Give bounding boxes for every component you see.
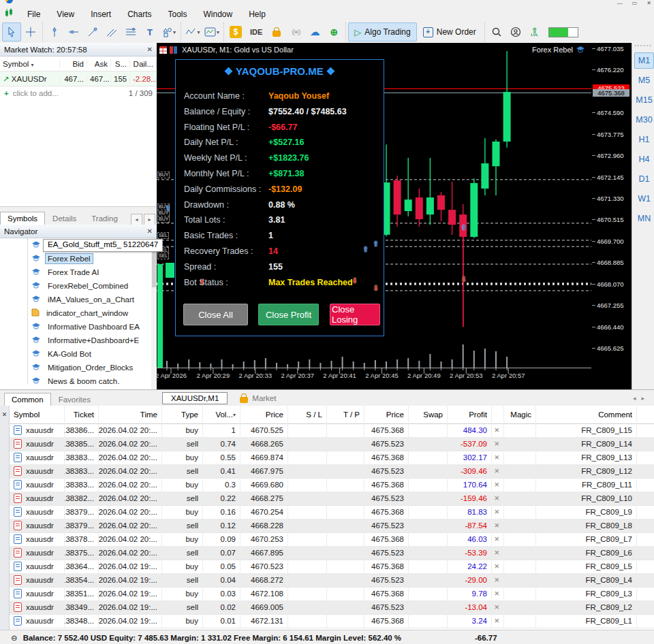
- tab-trading[interactable]: Trading: [84, 212, 125, 225]
- close-position-icon[interactable]: ✕: [492, 573, 504, 587]
- trade-row-138385[interactable]: xauusdr138385...2026.04.02 20:...sell0.7…: [10, 437, 654, 451]
- chart-tab-market[interactable]: Market: [240, 393, 276, 403]
- menu-insert[interactable]: Insert: [82, 8, 119, 20]
- tab-symbols[interactable]: Symbols: [0, 212, 45, 225]
- trade-row-138349[interactable]: xauusdr138349...2026.04.02 19:...sell0.0…: [10, 600, 654, 615]
- tree-item-forex-rebel[interactable]: Forex Rebel: [0, 252, 151, 265]
- trade-row-138378[interactable]: xauusdr138378...2026.04.02 20:...buy0.09…: [10, 532, 654, 547]
- col-header-2[interactable]: Time: [99, 406, 162, 423]
- trade-row-138383[interactable]: xauusdr138383...2026.04.02 20:...buy0.34…: [10, 478, 654, 492]
- tree-item-news-boom-catch-[interactable]: News & boom catch.: [0, 374, 151, 388]
- market-watch-close-icon[interactable]: ✕: [147, 46, 153, 53]
- trade-row-138348[interactable]: xauusdr138348...2026.04.02 19:...buy0.01…: [10, 614, 654, 628]
- tree-item-ka-gold-bot[interactable]: KA-Gold Bot: [0, 347, 151, 361]
- market-watch-row-xauusdr[interactable]: ↗ XAUUSDr 467... 467... 155 -2.28...: [0, 71, 157, 86]
- toolbar-drag-handle[interactable]: ••••••: [632, 43, 654, 48]
- col-header-6[interactable]: S / L: [288, 406, 327, 423]
- close-position-icon[interactable]: ✕: [492, 437, 504, 451]
- close-position-icon[interactable]: ✕: [492, 492, 504, 505]
- col-header-9[interactable]: Swap: [409, 406, 448, 423]
- mw-col-1[interactable]: Bid: [60, 60, 87, 68]
- algo-trading-button[interactable]: ▷ Algo Trading: [348, 22, 416, 42]
- col-header-5[interactable]: Price: [240, 406, 288, 423]
- tree-item-forex-trade-ai[interactable]: Forex Trade AI: [0, 265, 151, 279]
- chart-tab-xauusdr-m1[interactable]: XAUUSDr,M1: [162, 392, 228, 404]
- shapes-tool-button[interactable]: ▾: [159, 22, 178, 42]
- menu-help[interactable]: Help: [240, 8, 274, 20]
- toolbox-close-icon[interactable]: ✕: [2, 411, 7, 418]
- horizontal-line-tool-button[interactable]: [64, 22, 83, 42]
- close-losing-button[interactable]: Close Losing: [330, 304, 380, 325]
- cursor-tool-button[interactable]: [2, 22, 21, 42]
- trade-row-138379[interactable]: xauusdr138379...2026.04.02 20:...sell0.1…: [10, 519, 654, 533]
- click-to-add-row[interactable]: + click to add... 1 / 309: [0, 86, 157, 100]
- close-position-icon[interactable]: ✕: [492, 546, 504, 560]
- close-position-icon[interactable]: ✕: [492, 478, 504, 492]
- close-position-icon[interactable]: ✕: [492, 423, 504, 437]
- navigator-close-icon[interactable]: ✕: [147, 227, 153, 235]
- trendline-tool-button[interactable]: [83, 22, 102, 42]
- timeframe-d1[interactable]: D1: [634, 171, 654, 187]
- timeframe-m5[interactable]: M5: [634, 72, 654, 88]
- tab-details[interactable]: Details: [45, 212, 84, 225]
- trade-row-138351[interactable]: xauusdr138351...2026.04.02 19:...buy0.03…: [10, 587, 654, 601]
- community-icon[interactable]: ⊕: [324, 22, 343, 42]
- timeframe-w1[interactable]: W1: [634, 191, 654, 207]
- cloud-icon[interactable]: ☁: [305, 22, 324, 42]
- col-header-4[interactable]: Vol... ▾: [203, 406, 240, 423]
- tree-item-mitigation-order-blocks[interactable]: Mitigation_Order_Blocks: [0, 361, 151, 374]
- text-tool-button[interactable]: T: [140, 22, 159, 42]
- trade-row-138382[interactable]: xauusdr138382...2026.04.02 20:...sell0.2…: [10, 492, 654, 506]
- chart-area[interactable]: XAUUSDr, M1: Gold vs US Dollar Forex Reb…: [157, 43, 632, 389]
- timeframe-m30[interactable]: M30: [634, 112, 654, 128]
- timeframe-m1[interactable]: M1: [634, 52, 654, 69]
- minimize-icon[interactable]: —: [617, 0, 623, 7]
- timeframe-m15[interactable]: M15: [634, 92, 654, 108]
- tree-item-forexrebel-combined[interactable]: ForexRebel_Combined: [0, 279, 151, 293]
- col-header-7[interactable]: T / P: [327, 406, 364, 423]
- tab-common[interactable]: Common: [4, 393, 51, 406]
- fibonacci-tool-button[interactable]: [121, 22, 140, 42]
- new-order-button[interactable]: + New Order: [417, 22, 482, 42]
- col-header-13[interactable]: Comment: [536, 406, 637, 423]
- chart-tab-next-icon[interactable]: ▸: [641, 395, 644, 402]
- tree-item-informative-dashboard-e[interactable]: Informative+Dashboard+E: [0, 334, 151, 347]
- one-click-trading-icon[interactable]: [170, 46, 177, 54]
- tree-item-informative-dashboard-ea[interactable]: Informative Dashboard EA: [0, 320, 151, 334]
- indicators-button[interactable]: ▾: [183, 22, 202, 42]
- chart-template-button[interactable]: ▾: [202, 22, 221, 42]
- chart-tab-prev-icon[interactable]: ◂: [633, 395, 636, 402]
- close-position-icon[interactable]: ✕: [492, 587, 504, 600]
- trade-row-138354[interactable]: xauusdr138354...2026.04.02 19:...sell0.0…: [10, 573, 654, 587]
- close-position-icon[interactable]: ✕: [492, 519, 504, 532]
- crosshair-tool-button[interactable]: [21, 22, 40, 42]
- col-header-0[interactable]: Symbol: [10, 406, 65, 423]
- depth-of-market-icon[interactable]: [159, 46, 167, 54]
- close-profit-button[interactable]: Close Profit: [258, 304, 319, 325]
- channel-tool-button[interactable]: [102, 22, 121, 42]
- menu-file[interactable]: File: [19, 8, 48, 20]
- close-all-button[interactable]: Close All: [183, 304, 248, 325]
- vertical-line-tool-button[interactable]: [45, 22, 64, 42]
- market-watch-header[interactable]: Symbol ▾BidAskS...Dail...: [0, 57, 157, 71]
- trade-row-138383[interactable]: xauusdr138383...2026.04.02 20:...sell0.4…: [10, 464, 654, 479]
- maximize-icon[interactable]: ▭: [632, 0, 638, 7]
- price-axis[interactable]: 4675.523 4675.368 4677.0354676.2204674.5…: [591, 43, 632, 389]
- market-dollar-icon[interactable]: $: [226, 22, 245, 42]
- col-header-11[interactable]: [492, 406, 504, 423]
- trade-row-138364[interactable]: xauusdr138364...2026.04.02 19:...buy0.05…: [10, 560, 654, 574]
- trade-table-header[interactable]: SymbolTicketTimeTypeVol... ▾PriceS / LT …: [10, 406, 654, 424]
- menu-view[interactable]: View: [48, 8, 82, 20]
- tree-item-ima-values-on-a-chart[interactable]: iMA_Values_on_a_Chart: [0, 293, 151, 306]
- close-icon[interactable]: ✕: [647, 0, 651, 7]
- timeframe-mn[interactable]: MN: [634, 210, 654, 227]
- tree-item-indicator-chart-window[interactable]: indicator_chart_window: [0, 306, 151, 320]
- close-position-icon[interactable]: ✕: [492, 614, 504, 628]
- navigator-scrollbar[interactable]: [151, 238, 157, 389]
- timeframe-h4[interactable]: H4: [634, 151, 654, 167]
- mw-col-4[interactable]: Dail...: [130, 60, 157, 68]
- tab-scroll-right-icon[interactable]: ▸: [144, 214, 155, 225]
- trade-row-138386[interactable]: xauusdr138386...2026.04.02 20:...buy1467…: [10, 423, 654, 438]
- menu-tools[interactable]: Tools: [160, 8, 196, 20]
- menu-charts[interactable]: Charts: [119, 8, 159, 20]
